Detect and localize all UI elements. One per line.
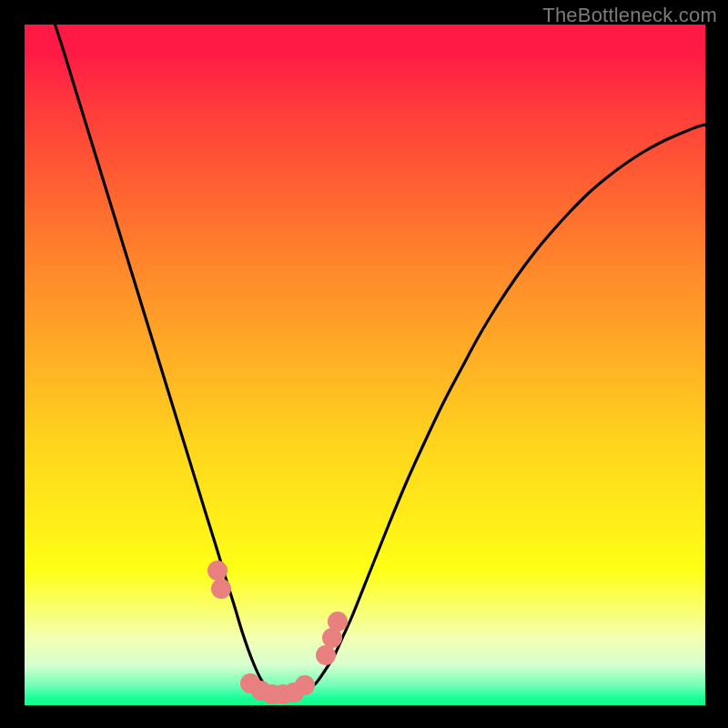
- marker-point: [328, 612, 348, 632]
- chart-svg: [25, 25, 705, 705]
- marker-point: [316, 645, 336, 665]
- markers-group: [207, 561, 348, 704]
- attribution-text: TheBottleneck.com: [542, 4, 717, 27]
- marker-point: [295, 675, 315, 695]
- marker-point: [207, 561, 228, 581]
- plot-area: [25, 25, 705, 705]
- root-canvas: TheBottleneck.com: [0, 0, 728, 728]
- bottleneck-curve: [43, 25, 705, 698]
- marker-point: [211, 579, 231, 599]
